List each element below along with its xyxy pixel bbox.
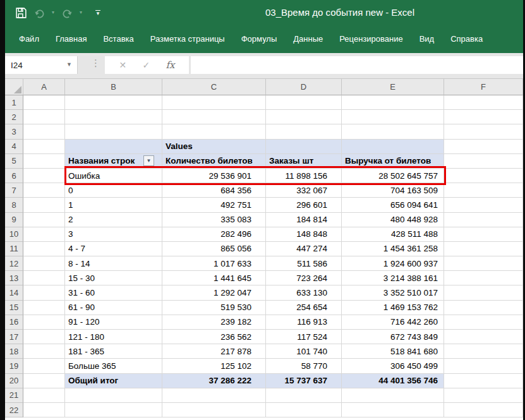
- cell-B3[interactable]: [65, 124, 162, 139]
- cell-B12[interactable]: 8 - 14: [65, 256, 162, 271]
- cell-B1[interactable]: [65, 95, 162, 110]
- cell-A8[interactable]: [23, 198, 65, 212]
- cell-B15[interactable]: 61 - 90: [65, 301, 162, 315]
- cell-C11[interactable]: 865 056: [162, 242, 266, 256]
- cell-D8[interactable]: 296 601: [266, 198, 342, 212]
- cell-D18[interactable]: 101 740: [266, 344, 342, 359]
- cell-E18[interactable]: 518 841 680: [342, 344, 444, 359]
- cell-A16[interactable]: [23, 315, 65, 330]
- undo-button[interactable]: [32, 5, 46, 20]
- cell-E7[interactable]: 704 163 509: [342, 183, 444, 198]
- column-header-A[interactable]: A: [23, 79, 65, 95]
- redo-dropdown-caret[interactable]: ▾: [78, 5, 83, 20]
- ribbon-tab-5[interactable]: Данные: [285, 30, 331, 49]
- cell-E16[interactable]: 716 442 260: [342, 315, 444, 330]
- cell-D12[interactable]: 511 586: [266, 256, 342, 271]
- row-header-15[interactable]: 15: [5, 301, 23, 315]
- cell-D7[interactable]: 332 067: [266, 183, 342, 198]
- row-header-6[interactable]: 6: [5, 169, 23, 183]
- cell-A12[interactable]: [23, 256, 65, 271]
- row-header-9[interactable]: 9: [5, 213, 23, 227]
- cell-C6[interactable]: 29 536 901: [162, 169, 266, 183]
- cell-F17[interactable]: [444, 330, 523, 344]
- cell-F21[interactable]: [444, 388, 523, 403]
- cell-B11[interactable]: 4 - 7: [65, 242, 162, 256]
- row-header-20[interactable]: 20: [5, 374, 23, 388]
- cell-F4[interactable]: [444, 140, 523, 154]
- cell-F7[interactable]: [444, 183, 523, 198]
- cell-F16[interactable]: [444, 315, 523, 330]
- row-header-11[interactable]: 11: [5, 242, 23, 256]
- cancel-icon[interactable]: ✕: [119, 60, 127, 70]
- cell-C15[interactable]: 519 530: [162, 301, 266, 315]
- row-header-8[interactable]: 8: [5, 198, 23, 212]
- cell-F11[interactable]: [444, 242, 523, 256]
- cell-A1[interactable]: [23, 95, 65, 110]
- cell-A17[interactable]: [23, 330, 65, 344]
- cell-C4[interactable]: Values: [162, 140, 266, 154]
- cell-B7[interactable]: 0: [65, 183, 162, 198]
- name-box[interactable]: I24 ▼: [5, 56, 78, 74]
- insert-function-icon[interactable]: fx: [166, 59, 174, 71]
- cell-A10[interactable]: [23, 227, 65, 242]
- row-header-14[interactable]: 14: [5, 285, 23, 300]
- cell-F18[interactable]: [444, 344, 523, 359]
- cell-F5[interactable]: [444, 154, 523, 169]
- cell-F13[interactable]: [444, 271, 523, 285]
- cell-C12[interactable]: 1 017 633: [162, 256, 266, 271]
- cell-E14[interactable]: 3 352 510 017: [342, 285, 444, 300]
- row-header-1[interactable]: 1: [5, 95, 23, 110]
- cell-E2[interactable]: [342, 110, 444, 124]
- cell-D9[interactable]: 184 814: [266, 213, 342, 227]
- cell-F14[interactable]: [444, 285, 523, 300]
- cell-F1[interactable]: [444, 95, 523, 110]
- cell-E21[interactable]: [342, 388, 444, 403]
- cell-D5[interactable]: Заказы шт: [266, 154, 342, 169]
- cell-A20[interactable]: [23, 374, 65, 388]
- cell-B22[interactable]: [65, 403, 162, 417]
- row-header-13[interactable]: 13: [5, 271, 23, 285]
- redo-button[interactable]: [60, 5, 74, 20]
- row-header-5[interactable]: 5: [5, 154, 23, 169]
- row-header-18[interactable]: 18: [5, 344, 23, 359]
- cell-D20[interactable]: 15 737 637: [266, 374, 342, 388]
- row-header-10[interactable]: 10: [5, 227, 23, 242]
- cell-E22[interactable]: [342, 403, 444, 417]
- ribbon-tab-1[interactable]: Главная: [47, 30, 95, 49]
- cell-B5[interactable]: Названия строк▼: [65, 154, 162, 169]
- cell-D4[interactable]: [266, 140, 342, 154]
- cell-B16[interactable]: 91 - 120: [65, 315, 162, 330]
- row-header-4[interactable]: 4: [5, 140, 23, 154]
- cell-C17[interactable]: 236 562: [162, 330, 266, 344]
- cell-A6[interactable]: [23, 169, 65, 183]
- cell-D17[interactable]: 117 524: [266, 330, 342, 344]
- cell-C2[interactable]: [162, 110, 266, 124]
- cell-E15[interactable]: 1 469 153 762: [342, 301, 444, 315]
- ribbon-tab-3[interactable]: Разметка страницы: [142, 30, 233, 49]
- cell-F20[interactable]: [444, 374, 523, 388]
- cell-C7[interactable]: 684 356: [162, 183, 266, 198]
- cell-D13[interactable]: 723 264: [266, 271, 342, 285]
- cell-D19[interactable]: 58 770: [266, 359, 342, 373]
- row-header-2[interactable]: 2: [5, 110, 23, 124]
- cell-D11[interactable]: 447 274: [266, 242, 342, 256]
- row-header-12[interactable]: 12: [5, 256, 23, 271]
- column-header-C[interactable]: C: [162, 79, 266, 95]
- cell-A4[interactable]: [23, 140, 65, 154]
- cell-F19[interactable]: [444, 359, 523, 373]
- cell-C14[interactable]: 1 292 047: [162, 285, 266, 300]
- cell-D1[interactable]: [266, 95, 342, 110]
- cell-C16[interactable]: 239 182: [162, 315, 266, 330]
- cell-A3[interactable]: [23, 124, 65, 139]
- enter-icon[interactable]: ✓: [142, 60, 150, 70]
- ribbon-tab-6[interactable]: Рецензирование: [331, 30, 411, 49]
- cell-E13[interactable]: 3 214 388 161: [342, 271, 444, 285]
- cell-D3[interactable]: [266, 124, 342, 139]
- cell-A2[interactable]: [23, 110, 65, 124]
- cell-E19[interactable]: 306 450 499: [342, 359, 444, 373]
- cell-E6[interactable]: 28 502 645 757: [342, 169, 444, 183]
- cell-E9[interactable]: 480 448 928: [342, 213, 444, 227]
- cell-D2[interactable]: [266, 110, 342, 124]
- row-header-3[interactable]: 3: [5, 124, 23, 139]
- cell-A19[interactable]: [23, 359, 65, 373]
